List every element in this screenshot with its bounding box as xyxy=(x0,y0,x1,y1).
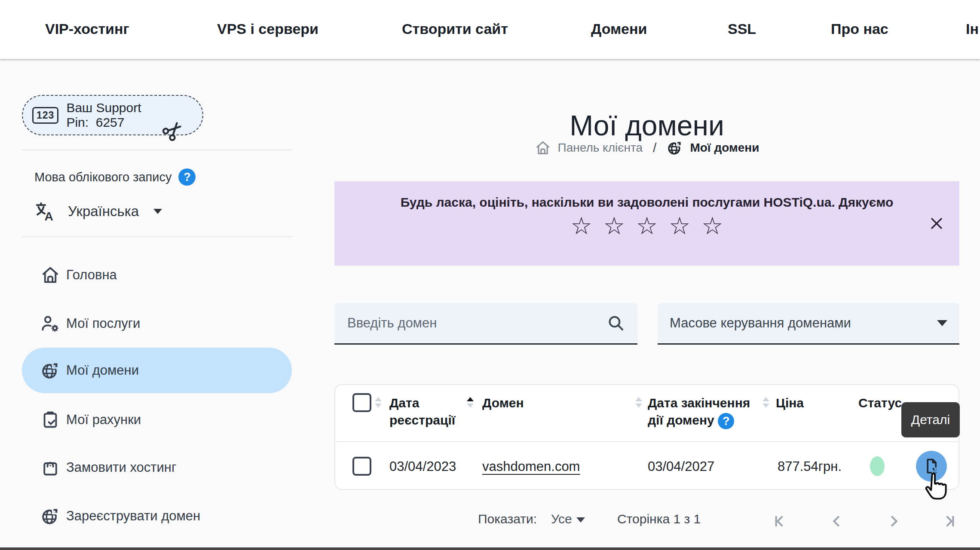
nav-vip-hosting[interactable]: VIP-хостинг xyxy=(45,21,129,37)
support-pin-value: 6257 xyxy=(96,115,125,129)
breadcrumb: Панель клієнта / Мої домени xyxy=(334,140,959,156)
sidebar-item-label: Зареєструвати домен xyxy=(66,508,200,524)
domains-table: Дата реєстрації Домен Дата закінчення ді… xyxy=(334,384,959,490)
registration-date-cell: 03/04/2023 xyxy=(389,459,456,474)
rows-per-page-select[interactable]: Усе xyxy=(551,512,585,526)
language-help-icon[interactable]: ? xyxy=(178,168,196,186)
last-page-icon[interactable] xyxy=(941,513,959,530)
next-page-icon[interactable] xyxy=(885,513,903,530)
column-header-domain[interactable]: Домен xyxy=(482,394,524,412)
shopping-bag-icon xyxy=(40,458,60,477)
row-checkbox[interactable] xyxy=(352,457,371,476)
column-header-status: Статус xyxy=(858,394,902,412)
sidebar-item-my-invoices[interactable]: Мої рахунки xyxy=(22,397,292,443)
globe-badge-icon xyxy=(40,506,60,526)
star-icon[interactable]: ☆ xyxy=(603,214,625,238)
column-header-expiry[interactable]: Дата закінчення дії домену ? xyxy=(648,394,765,429)
expiry-help-icon[interactable]: ? xyxy=(718,413,734,429)
hand-pointer-icon xyxy=(921,471,947,503)
sidebar-item-label: Замовити хостинг xyxy=(66,460,176,475)
person-gear-icon xyxy=(40,314,60,333)
chevron-down-icon xyxy=(153,209,162,214)
sidebar-item-label: Мої домени xyxy=(66,363,139,378)
nav-create-site[interactable]: Створити сайт xyxy=(402,21,508,37)
page-info: Сторінка 1 з 1 xyxy=(617,512,701,526)
sort-icon[interactable] xyxy=(763,397,769,408)
home-icon[interactable] xyxy=(535,140,551,156)
close-icon[interactable] xyxy=(927,214,946,233)
select-all-checkbox[interactable] xyxy=(352,393,371,412)
column-header-registration[interactable]: Дата реєстрації xyxy=(389,394,468,429)
sidebar-item-order-hosting[interactable]: Замовити хостинг xyxy=(22,445,292,490)
page-title: Мої домени xyxy=(334,109,959,142)
star-icon[interactable]: ☆ xyxy=(701,214,723,238)
globe-badge-icon xyxy=(40,361,60,380)
star-icon[interactable]: ☆ xyxy=(636,214,658,238)
rating-stars: ☆ ☆ ☆ ☆ ☆ xyxy=(334,214,959,238)
language-section-label: Мова облікового запису xyxy=(34,170,172,184)
breadcrumb-parent[interactable]: Панель клієнта xyxy=(558,141,643,155)
sidebar-item-register-domain[interactable]: Зареєструвати домен xyxy=(22,493,292,539)
hostiq-client-panel: VIP-хостинг VPS і сервери Створити сайт … xyxy=(0,0,980,550)
rows-per-page-value: Усе xyxy=(551,512,572,526)
sidebar-item-my-services[interactable]: Мої послуги xyxy=(22,301,292,346)
globe-badge-icon xyxy=(667,140,683,156)
rating-banner-message: Будь ласка, оцініть, наскільки ви задово… xyxy=(334,195,959,210)
star-icon[interactable]: ☆ xyxy=(669,214,690,238)
price-cell: 877.54грн. xyxy=(778,459,842,474)
sidebar-item-my-domains[interactable]: Мої домени xyxy=(22,348,292,393)
nav-ssl[interactable]: SSL xyxy=(728,21,756,37)
star-icon[interactable]: ☆ xyxy=(570,214,592,238)
sort-icon[interactable] xyxy=(375,397,382,408)
translate-icon: A xyxy=(34,200,56,223)
previous-page-icon[interactable] xyxy=(828,513,845,530)
language-selector[interactable]: A Українська xyxy=(34,200,162,223)
domain-cell: vashdomen.com xyxy=(482,459,580,474)
sidebar-divider xyxy=(21,236,292,237)
nav-more[interactable]: Ін xyxy=(966,21,979,37)
details-tooltip: Деталі xyxy=(901,402,960,437)
breadcrumb-current: Мої домени xyxy=(690,141,759,155)
sidebar-divider xyxy=(21,150,292,150)
domain-link[interactable]: vashdomen.com xyxy=(482,459,580,474)
breadcrumb-separator: / xyxy=(653,141,656,155)
rating-banner: Будь ласка, оцініть, наскільки ви задово… xyxy=(334,181,959,266)
clipboard-check-icon xyxy=(40,410,60,430)
bulk-management-value: Масове керування доменами xyxy=(670,315,937,331)
sort-icon-active-asc[interactable] xyxy=(467,397,474,408)
domain-search-field[interactable] xyxy=(334,303,637,345)
chevron-down-icon xyxy=(937,320,947,326)
nav-vps-servers[interactable]: VPS і сервери xyxy=(217,21,318,37)
status-badge xyxy=(870,456,885,476)
expiry-date-cell: 03/04/2027 xyxy=(648,459,714,474)
home-icon xyxy=(40,265,60,285)
search-input[interactable] xyxy=(346,315,606,331)
nav-about[interactable]: Про нас xyxy=(831,21,888,37)
rows-per-page-label: Показати: xyxy=(478,512,537,526)
language-value: Українська xyxy=(68,203,139,220)
sidebar-item-label: Головна xyxy=(66,267,117,283)
top-navigation: VIP-хостинг VPS і сервери Створити сайт … xyxy=(0,0,980,59)
nav-domains[interactable]: Домени xyxy=(591,21,647,37)
column-header-price[interactable]: Ціна xyxy=(776,394,804,412)
sort-icon[interactable] xyxy=(635,397,642,408)
window-bottom-edge xyxy=(0,547,980,550)
chevron-down-icon xyxy=(576,517,585,522)
svg-text:A: A xyxy=(45,210,53,223)
first-page-icon[interactable] xyxy=(771,513,788,530)
sidebar-item-home[interactable]: Головна xyxy=(22,252,292,298)
bulk-management-select[interactable]: Масове керування доменами xyxy=(658,303,959,345)
sidebar-item-label: Мої рахунки xyxy=(66,412,141,428)
123-pin-icon: 123 xyxy=(32,107,58,124)
sidebar-item-label: Мої послуги xyxy=(66,316,140,331)
search-icon[interactable] xyxy=(606,314,625,333)
table-divider xyxy=(335,441,959,442)
